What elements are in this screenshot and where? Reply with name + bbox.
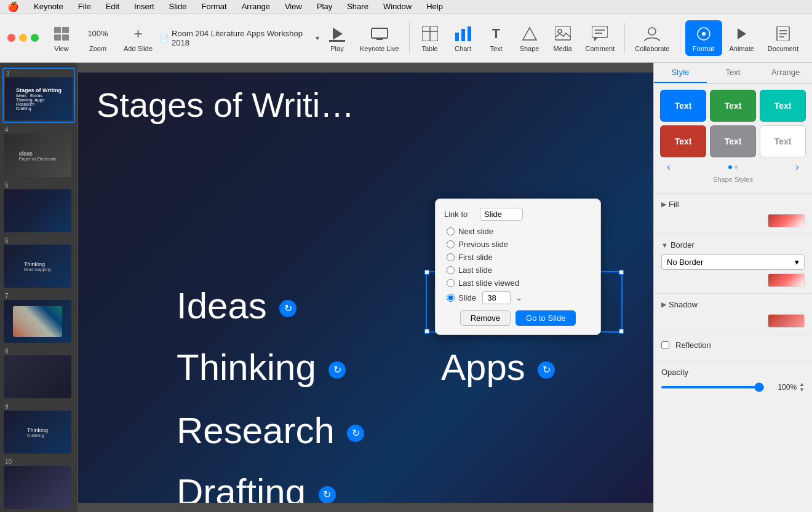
- remove-button[interactable]: Remove: [460, 310, 511, 326]
- border-color-swatch[interactable]: [768, 274, 805, 287]
- text-style-outline[interactable]: Text: [760, 125, 806, 157]
- border-header[interactable]: ▼ Border: [661, 240, 805, 250]
- chart-button[interactable]: Chart: [448, 22, 479, 55]
- play-icon: [327, 24, 347, 44]
- slide-thumb-7[interactable]: 7: [2, 291, 75, 344]
- shape-button[interactable]: Shape: [514, 22, 545, 55]
- comment-button[interactable]: Comment: [581, 22, 620, 55]
- keynote-menu[interactable]: Keynote: [31, 2, 66, 11]
- research-text[interactable]: Research ↻: [177, 409, 364, 452]
- format-menu[interactable]: Format: [199, 2, 229, 11]
- opacity-slider[interactable]: [661, 386, 764, 388]
- table-button[interactable]: Table: [415, 22, 445, 55]
- reflection-checkbox[interactable]: [661, 341, 669, 349]
- tab-style[interactable]: Style: [654, 63, 707, 83]
- shadow-header[interactable]: ▶ Shadow: [661, 300, 805, 309]
- radio-last-viewed[interactable]: Last slide viewed: [447, 278, 592, 288]
- radio-first-slide[interactable]: First slide: [447, 253, 592, 262]
- radio-previous-slide[interactable]: Previous slide: [447, 240, 592, 249]
- reflection-header[interactable]: Reflection: [661, 341, 805, 350]
- ideas-text[interactable]: Ideas ↻: [177, 285, 297, 327]
- slide-canvas[interactable]: Stages of Writi… Ideas ↻ Extras ↻: [78, 73, 653, 503]
- tab-text[interactable]: Text: [707, 63, 760, 83]
- keynote-live-button[interactable]: Keynote Live: [355, 22, 404, 55]
- minimize-button[interactable]: [19, 34, 27, 42]
- apps-text[interactable]: Apps ↻: [441, 346, 555, 388]
- slide-thumb-5[interactable]: 5: [2, 181, 75, 234]
- fill-header[interactable]: ▶ Fill: [661, 200, 805, 209]
- slide-menu[interactable]: Slide: [167, 2, 189, 11]
- text-style-red[interactable]: Text: [660, 125, 706, 157]
- view-icon: [52, 24, 71, 44]
- document-panel-button[interactable]: Document: [762, 20, 805, 56]
- handle-tr[interactable]: [619, 270, 624, 275]
- slide-thumb-9[interactable]: 9 Thinking Outlining: [2, 402, 75, 455]
- share-menu[interactable]: Share: [344, 2, 371, 11]
- slide-stepper[interactable]: ⌄: [515, 293, 523, 302]
- radio-next-slide[interactable]: Next slide: [447, 227, 592, 236]
- go-to-slide-button[interactable]: Go to Slide: [515, 310, 576, 326]
- fill-arrow-icon: ▶: [661, 200, 666, 208]
- format-panel-button[interactable]: Format: [685, 20, 722, 56]
- text-button[interactable]: T Text: [481, 22, 512, 55]
- prev-styles-arrow[interactable]: ‹: [663, 161, 675, 173]
- apple-menu[interactable]: 🍎: [5, 1, 22, 12]
- text-label: Text: [490, 45, 502, 52]
- drafting-link-icon[interactable]: ↻: [319, 486, 336, 503]
- animate-panel-button[interactable]: Animate: [723, 20, 760, 56]
- link-to-select[interactable]: Slide Webpage Email: [480, 208, 523, 221]
- opacity-stepper[interactable]: ▲ ▼: [799, 382, 805, 393]
- svg-rect-5: [329, 40, 345, 42]
- text-style-green[interactable]: Text: [710, 90, 756, 122]
- shadow-color-swatch[interactable]: [768, 314, 805, 328]
- media-button[interactable]: Media: [547, 22, 578, 55]
- ideas-link-icon[interactable]: ↻: [279, 300, 297, 317]
- text-style-blue[interactable]: Text: [660, 90, 706, 122]
- text-style-gray[interactable]: Text: [710, 125, 756, 157]
- view-button[interactable]: View: [46, 22, 77, 55]
- slide-thumb-10[interactable]: 10: [2, 457, 75, 510]
- thinking-link-icon[interactable]: ↻: [328, 361, 346, 379]
- slide-preview-7: [4, 300, 71, 343]
- edit-menu[interactable]: Edit: [103, 2, 122, 11]
- next-styles-arrow[interactable]: ›: [791, 161, 803, 173]
- help-menu[interactable]: Help: [424, 2, 445, 11]
- add-slide-button[interactable]: + Add Slide: [119, 22, 157, 55]
- radio-last-slide[interactable]: Last slide: [447, 266, 592, 275]
- maximize-button[interactable]: [31, 34, 39, 42]
- text-style-teal[interactable]: Text: [760, 90, 806, 122]
- view-menu[interactable]: View: [282, 2, 304, 11]
- file-menu[interactable]: File: [76, 2, 94, 11]
- play-menu[interactable]: Play: [314, 2, 335, 11]
- insert-menu[interactable]: Insert: [132, 2, 157, 11]
- handle-bl[interactable]: [424, 329, 429, 334]
- opacity-down-icon[interactable]: ▼: [799, 387, 805, 393]
- slide-thumb-8[interactable]: 8: [2, 347, 75, 400]
- fill-color-swatch[interactable]: [768, 214, 805, 227]
- slide-thumb-6[interactable]: 6 Thinking Mind mapping: [2, 236, 75, 289]
- slide-preview-4: Ideas Paper vs Electronic: [4, 134, 71, 177]
- collaborate-button[interactable]: Collaborate: [630, 22, 674, 55]
- slide-thumb-4[interactable]: 4 Ideas Paper vs Electronic: [2, 125, 75, 178]
- handle-tl[interactable]: [424, 270, 429, 275]
- slide-title: Stages of Writi…: [97, 85, 354, 125]
- comment-icon: [590, 24, 610, 44]
- handle-br[interactable]: [619, 329, 624, 334]
- tab-arrange[interactable]: Arrange: [759, 63, 812, 83]
- window-menu[interactable]: Window: [381, 2, 414, 11]
- close-button[interactable]: [7, 34, 15, 42]
- apps-link-icon[interactable]: ↻: [538, 361, 555, 379]
- play-button[interactable]: Play: [322, 22, 352, 55]
- chart-icon: [453, 24, 473, 44]
- slide-thumb-3[interactable]: 3 Stages of Writing Ideas Extras Thinkin…: [2, 68, 75, 123]
- shape-styles-label: Shape Styles: [660, 176, 806, 183]
- drafting-text[interactable]: Drafting ↻: [177, 471, 336, 503]
- arrange-menu[interactable]: Arrange: [239, 2, 273, 11]
- zoom-button[interactable]: 100% Zoom: [79, 22, 116, 55]
- radio-slide[interactable]: Slide ⌄: [447, 291, 592, 304]
- slide-number-10: 10: [4, 459, 74, 465]
- border-dropdown[interactable]: No Border ▾: [661, 254, 805, 270]
- research-link-icon[interactable]: ↻: [347, 425, 364, 442]
- thinking-text[interactable]: Thinking ↻: [177, 346, 346, 388]
- slide-number-input[interactable]: [482, 291, 511, 304]
